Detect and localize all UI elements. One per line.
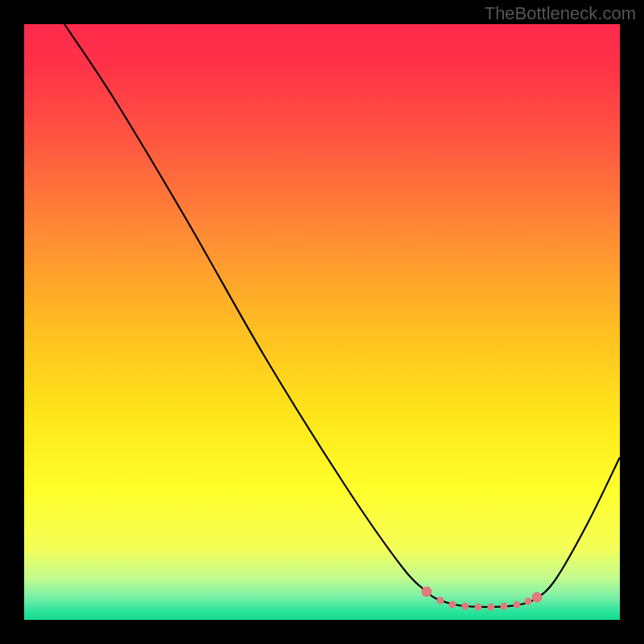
marker-dot bbox=[501, 603, 508, 610]
marker-dot bbox=[449, 601, 456, 609]
marker-dot bbox=[488, 604, 495, 611]
bottleneck-curve bbox=[64, 24, 620, 607]
marker-dot bbox=[514, 601, 521, 609]
marker-dot bbox=[422, 587, 432, 597]
marker-dot bbox=[525, 598, 532, 605]
chart-container: TheBottleneck.com bbox=[0, 0, 644, 644]
watermark-text: TheBottleneck.com bbox=[485, 3, 636, 24]
marker-dot bbox=[532, 592, 543, 603]
marker-dot bbox=[462, 603, 469, 610]
curve-layer bbox=[24, 24, 620, 620]
plot-area bbox=[24, 24, 620, 620]
marker-dot bbox=[475, 604, 482, 611]
marker-dot bbox=[437, 597, 444, 605]
